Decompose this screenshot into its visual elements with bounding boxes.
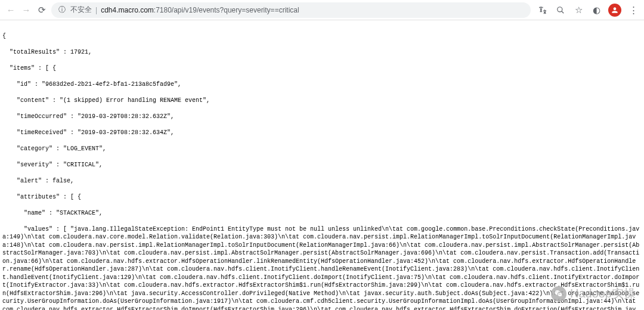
toolbar-actions: ☆ ◐ ⋮ [534,4,639,17]
address-bar[interactable]: ⓘ 不安全 | cdh4.macro.com:7180/api/v19/even… [51,2,531,18]
json-stacktrace-values: "values" : [ "java.lang.IllegalStateExce… [2,225,642,311]
menu-icon[interactable]: ⋮ [627,4,639,16]
json-alert: "alert" : false, [2,177,642,185]
forward-button[interactable]: → [20,4,32,16]
json-id: "id" : "9683d2ed-2b21-4ef2-bfa1-213a8c5f… [2,80,642,89]
json-stacktrace-name: "name" : "STACKTRACE", [2,209,642,218]
json-severity: "severity" : "CRITICAL", [2,161,642,169]
profile-avatar[interactable] [608,4,621,17]
wechat-icon [551,286,566,302]
info-icon[interactable]: ⓘ [57,5,67,15]
json-time-occurred: "timeOccurred" : "2019-03-29T08:28:32.63… [2,113,642,121]
extension-icon[interactable]: ◐ [590,4,602,16]
browser-toolbar: ← → ⟳ ⓘ 不安全 | cdh4.macro.com:7180/api/v1… [0,0,644,20]
svg-line-1 [562,11,564,13]
back-button[interactable]: ← [5,4,17,16]
json-line: { [2,32,642,41]
translate-icon[interactable] [537,4,549,16]
json-total-results: "totalResults" : 17921, [2,48,642,57]
watermark-text: Hadoop实操 [570,286,636,302]
reload-button[interactable]: ⟳ [36,4,48,16]
json-attributes-key: "attributes" : [ { [2,193,642,202]
json-category: "category" : "LOG_EVENT", [2,145,642,153]
json-content: "content" : "(1 skipped) Error handling … [2,97,642,105]
json-response-body: { "totalResults" : 17921, "items" : [ { … [0,20,644,310]
zoom-icon[interactable] [555,4,566,16]
bookmark-icon[interactable]: ☆ [572,4,584,16]
insecure-label: 不安全 [70,5,92,15]
json-time-received: "timeReceived" : "2019-03-29T08:28:32.63… [2,129,642,137]
json-items-key: "items" : [ { [2,64,642,73]
svg-point-0 [558,7,562,11]
url-text: cdh4.macro.com:7180/api/v19/events?query… [101,6,299,14]
watermark: Hadoop实操 [551,286,636,302]
